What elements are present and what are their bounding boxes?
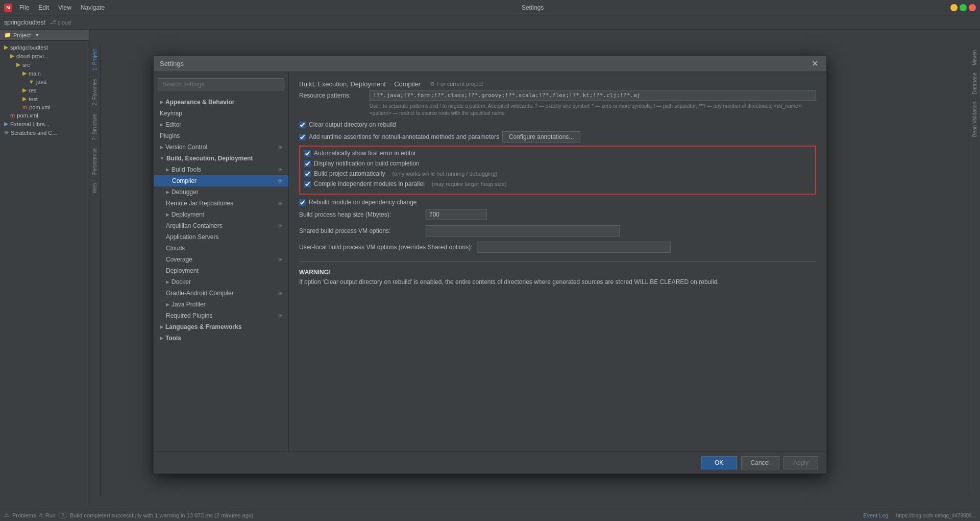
- nav-item-coverage[interactable]: Coverage ⟳: [154, 254, 288, 265]
- nav-label: Compiler: [172, 177, 197, 184]
- auto-show-error-checkbox[interactable]: [304, 150, 311, 157]
- run-label[interactable]: 4: Run: [39, 512, 55, 518]
- compile-parallel-hint: (may require larger heap size): [432, 181, 507, 187]
- window-title: Settings: [115, 4, 950, 11]
- checkbox-add-runtime: Add runtime assertions for notnull-annot…: [299, 131, 816, 143]
- nav-label: Application Servers: [166, 233, 218, 241]
- breadcrumb: Build, Execution, Deployment › Compiler …: [299, 80, 816, 88]
- nav-item-remote-jar[interactable]: Remote Jar Repositories ⟳: [154, 198, 288, 209]
- nav-label: Java Profiler: [172, 301, 206, 308]
- nav-item-appearance[interactable]: ▶ Appearance & Behavior: [154, 97, 288, 108]
- settings-nav: ▶ Appearance & Behavior Keymap ▶ Editor …: [154, 72, 289, 452]
- compile-parallel-checkbox[interactable]: [304, 181, 311, 187]
- heap-size-input[interactable]: [426, 209, 487, 220]
- nav-label: Arquillian Containers: [166, 222, 223, 229]
- sync-icon: ⟳: [278, 178, 282, 184]
- nav-item-debugger[interactable]: ▶ Debugger: [154, 186, 288, 198]
- dialog-close-button[interactable]: ✕: [810, 59, 820, 68]
- shared-vm-label: Shared build process VM options:: [299, 227, 422, 234]
- sync-icon: ⟳: [278, 313, 282, 319]
- nav-item-tools[interactable]: ▶ Tools: [154, 333, 288, 344]
- compile-parallel-label: Compile independent modules in parallel: [314, 180, 425, 187]
- problems-label[interactable]: Problems: [12, 512, 36, 518]
- display-notification-label: Display notification on build completion: [314, 160, 420, 167]
- nav-item-java-profiler[interactable]: ▶ Java Profiler: [154, 299, 288, 310]
- checkbox-display-notification: Display notification on build completion: [304, 160, 811, 167]
- resource-hint: Use ; to separate patterns and ! to nega…: [370, 103, 816, 117]
- build-automatically-checkbox[interactable]: [304, 171, 311, 177]
- clear-output-checkbox[interactable]: [299, 122, 306, 128]
- dialog-titlebar: Settings ✕: [154, 56, 826, 72]
- arrow-icon: ▶: [160, 336, 163, 341]
- breadcrumb-parent: Build, Execution, Deployment: [299, 80, 386, 88]
- display-notification-checkbox[interactable]: [304, 160, 311, 167]
- nav-item-deployment[interactable]: ▶ Deployment: [154, 209, 288, 220]
- branch-icon: ⎇: [50, 19, 56, 26]
- statusbar: ⚠ Problems 4: Run ? Build completed succ…: [0, 509, 980, 521]
- status-right: Event Log https://blog.csdn.net/qq_44796…: [863, 512, 976, 518]
- nav-item-languages[interactable]: ▶ Languages & Frameworks: [154, 321, 288, 333]
- add-runtime-checkbox[interactable]: [299, 134, 306, 140]
- arrow-icon: ▶: [166, 212, 169, 217]
- nav-item-app-servers[interactable]: Application Servers: [154, 231, 288, 243]
- menu-file[interactable]: File: [15, 3, 33, 12]
- nav-item-gradle-android[interactable]: Gradle-Android Compiler ⟳: [154, 288, 288, 299]
- maximize-button[interactable]: [960, 4, 967, 11]
- settings-search-input[interactable]: [158, 78, 284, 90]
- configure-annotations-button[interactable]: Configure annotations...: [502, 131, 580, 143]
- shared-vm-row: Shared build process VM options:: [299, 225, 816, 236]
- ok-button[interactable]: OK: [701, 456, 737, 469]
- warning-text: WARNING! If option 'Clear output directo…: [299, 268, 816, 287]
- nav-label: Gradle-Android Compiler: [166, 290, 234, 297]
- nav-item-arquillian[interactable]: Arquillian Containers ⟳: [154, 220, 288, 231]
- menu-navigate[interactable]: Navigate: [77, 3, 109, 12]
- settings-content: Build, Execution, Deployment › Compiler …: [289, 72, 826, 452]
- nav-label: Languages & Frameworks: [165, 323, 241, 330]
- sync-icon: ⟳: [278, 145, 282, 150]
- cancel-button[interactable]: Cancel: [741, 456, 779, 469]
- warning-body: If option 'Clear output directory on reb…: [299, 278, 719, 286]
- nav-item-clouds[interactable]: Clouds: [154, 243, 288, 254]
- checkbox-clear-output: Clear output directory on rebuild: [299, 121, 816, 128]
- nav-label: Build Tools: [172, 166, 201, 173]
- arrow-icon: ▶: [166, 190, 169, 195]
- nav-item-build-execution[interactable]: ▼ Build, Execution, Deployment: [154, 153, 288, 164]
- rebuild-on-dependency-checkbox[interactable]: [299, 199, 306, 206]
- event-log-label[interactable]: Event Log: [863, 512, 889, 518]
- resource-patterns-input[interactable]: [370, 90, 816, 101]
- nav-item-vcs[interactable]: ▶ Version Control ⟳: [154, 141, 288, 153]
- status-left: ⚠ Problems 4: Run ? Build completed succ…: [4, 512, 254, 519]
- checkbox-rebuild-on-dependency: Rebuild module on dependency change: [299, 199, 816, 206]
- menu-view[interactable]: View: [54, 3, 76, 12]
- nav-item-build-tools[interactable]: ▶ Build Tools ⟳: [154, 164, 288, 175]
- menu-edit[interactable]: Edit: [34, 3, 53, 12]
- nav-item-keymap[interactable]: Keymap: [154, 108, 288, 119]
- add-runtime-label: Add runtime assertions for notnull-annot…: [309, 133, 499, 140]
- nav-label: Remote Jar Repositories: [166, 200, 233, 207]
- nav-label: Debugger: [172, 188, 199, 196]
- apply-button[interactable]: Apply: [783, 456, 818, 469]
- nav-item-docker[interactable]: ▶ Docker: [154, 276, 288, 288]
- checkbox-compile-parallel: Compile independent modules in parallel …: [304, 180, 811, 187]
- nav-item-plugins[interactable]: Plugins: [154, 130, 288, 141]
- status-message: Build completed successfully with 1 warn…: [70, 512, 254, 518]
- shared-vm-input[interactable]: [426, 225, 620, 236]
- minimize-button[interactable]: [950, 4, 958, 11]
- nav-label: Editor: [165, 121, 181, 128]
- project-header: 📁 Project ▼: [0, 30, 89, 41]
- dialog-title: Settings: [160, 60, 184, 67]
- close-button[interactable]: [969, 4, 976, 11]
- user-vm-input[interactable]: [477, 242, 671, 253]
- arrow-icon: ▶: [160, 100, 163, 105]
- nav-item-deployment2[interactable]: Deployment: [154, 265, 288, 276]
- resource-input-wrapper: Use ; to separate patterns and ! to nega…: [370, 90, 816, 117]
- nav-item-required-plugins[interactable]: Required Plugins ⟳: [154, 310, 288, 321]
- nav-item-compiler[interactable]: Compiler ⟳: [154, 175, 288, 186]
- help-button[interactable]: ?: [59, 512, 67, 519]
- nav-label: Tools: [165, 335, 181, 342]
- project-dropdown-icon[interactable]: ▼: [35, 33, 39, 38]
- problems-icon: ⚠: [4, 512, 9, 518]
- nav-item-editor[interactable]: ▶ Editor: [154, 119, 288, 130]
- app-icon: M: [4, 4, 12, 12]
- build-automatically-label: Build project automatically: [314, 170, 385, 177]
